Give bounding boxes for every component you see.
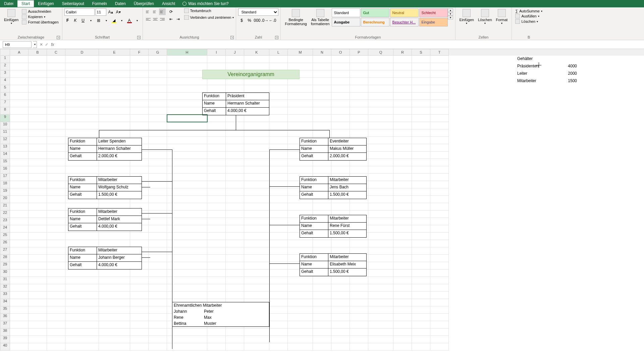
cell[interactable] bbox=[99, 115, 130, 122]
cell[interactable] bbox=[313, 284, 331, 292]
cell[interactable] bbox=[29, 100, 47, 107]
cell[interactable] bbox=[313, 56, 331, 63]
cell[interactable] bbox=[167, 225, 207, 233]
cell[interactable] bbox=[167, 181, 207, 188]
cell[interactable] bbox=[412, 269, 430, 277]
cell[interactable] bbox=[393, 166, 412, 174]
cell[interactable] bbox=[244, 233, 269, 240]
cell[interactable] bbox=[412, 299, 430, 306]
cell[interactable] bbox=[10, 299, 29, 306]
cell[interactable] bbox=[207, 269, 226, 277]
cell[interactable] bbox=[331, 93, 350, 100]
cell[interactable] bbox=[350, 115, 368, 122]
cell[interactable] bbox=[29, 240, 47, 247]
cell[interactable] bbox=[10, 233, 29, 240]
cell[interactable] bbox=[47, 336, 65, 343]
cell[interactable] bbox=[10, 78, 29, 85]
cond-format-button[interactable]: Bedingte Formatierung bbox=[283, 8, 309, 26]
cell[interactable] bbox=[430, 196, 449, 203]
cell[interactable] bbox=[207, 166, 226, 174]
cell[interactable] bbox=[130, 292, 149, 299]
row-header[interactable]: 10 bbox=[0, 122, 10, 129]
cell[interactable] bbox=[368, 181, 393, 188]
cell[interactable] bbox=[10, 70, 29, 78]
cell[interactable] bbox=[269, 336, 288, 343]
cell[interactable] bbox=[167, 284, 207, 292]
cell[interactable] bbox=[167, 85, 207, 93]
cell[interactable] bbox=[29, 292, 47, 299]
cell[interactable] bbox=[99, 85, 130, 93]
cell[interactable] bbox=[149, 93, 167, 100]
cell[interactable] bbox=[130, 240, 149, 247]
cell[interactable] bbox=[207, 203, 226, 210]
cell[interactable] bbox=[167, 269, 207, 277]
cell[interactable] bbox=[368, 225, 393, 233]
cell[interactable] bbox=[430, 269, 449, 277]
cell[interactable] bbox=[47, 85, 65, 93]
cell[interactable] bbox=[313, 299, 331, 306]
cell[interactable] bbox=[350, 129, 368, 137]
cell[interactable] bbox=[226, 144, 244, 152]
cell[interactable] bbox=[226, 262, 244, 269]
cell[interactable] bbox=[368, 122, 393, 129]
cell[interactable] bbox=[99, 107, 130, 115]
cell[interactable] bbox=[99, 129, 130, 137]
cell[interactable] bbox=[313, 115, 331, 122]
name-box-dd[interactable]: ▾ bbox=[33, 41, 37, 48]
fill-button[interactable]: Ausfüllen▾ bbox=[515, 14, 542, 18]
cell[interactable] bbox=[167, 122, 207, 129]
tab-ueberpruefen[interactable]: Überprüfen bbox=[130, 0, 158, 7]
cell[interactable] bbox=[393, 70, 412, 78]
cell[interactable] bbox=[244, 152, 269, 159]
cell[interactable] bbox=[207, 129, 226, 137]
cell[interactable] bbox=[226, 255, 244, 262]
cell[interactable] bbox=[412, 321, 430, 328]
cell[interactable] bbox=[130, 107, 149, 115]
cell[interactable] bbox=[244, 218, 269, 225]
cell[interactable] bbox=[167, 137, 207, 144]
cell[interactable] bbox=[29, 262, 47, 269]
autosum-button[interactable]: ∑AutoSumme▾ bbox=[515, 9, 542, 13]
format-cells-button[interactable]: Format▾ bbox=[494, 8, 510, 25]
cell[interactable] bbox=[412, 100, 430, 107]
row-header[interactable]: 40 bbox=[0, 343, 10, 351]
cell[interactable] bbox=[29, 306, 47, 314]
cell[interactable] bbox=[244, 336, 269, 343]
cell[interactable] bbox=[430, 174, 449, 181]
cell[interactable] bbox=[29, 218, 47, 225]
cell[interactable] bbox=[149, 306, 167, 314]
cell[interactable] bbox=[149, 70, 167, 78]
cell[interactable] bbox=[393, 233, 412, 240]
cell[interactable] bbox=[226, 218, 244, 225]
cell[interactable] bbox=[368, 262, 393, 269]
cell[interactable] bbox=[29, 188, 47, 196]
cell[interactable] bbox=[313, 292, 331, 299]
cell[interactable] bbox=[288, 292, 313, 299]
align-top-button[interactable] bbox=[145, 8, 152, 15]
cell[interactable] bbox=[313, 306, 331, 314]
cell[interactable] bbox=[368, 70, 393, 78]
cell[interactable] bbox=[430, 262, 449, 269]
copy-button[interactable]: Kopieren▾ bbox=[22, 14, 58, 19]
cell[interactable] bbox=[350, 328, 368, 336]
cell[interactable] bbox=[430, 56, 449, 63]
cell[interactable] bbox=[412, 166, 430, 174]
row-header[interactable]: 13 bbox=[0, 144, 10, 152]
cell[interactable] bbox=[350, 314, 368, 321]
cell[interactable] bbox=[167, 63, 207, 70]
cell[interactable] bbox=[313, 314, 331, 321]
cell[interactable] bbox=[29, 122, 47, 129]
cell[interactable] bbox=[29, 343, 47, 351]
cell[interactable] bbox=[226, 166, 244, 174]
cell[interactable] bbox=[29, 144, 47, 152]
cell[interactable] bbox=[65, 56, 99, 63]
cell[interactable] bbox=[288, 63, 313, 70]
cell[interactable] bbox=[269, 343, 288, 351]
cell[interactable] bbox=[350, 292, 368, 299]
tab-ansicht[interactable]: Ansicht bbox=[158, 0, 179, 7]
style-schlecht[interactable]: Schlecht bbox=[419, 8, 448, 17]
cell[interactable] bbox=[167, 233, 207, 240]
cell[interactable] bbox=[47, 299, 65, 306]
cell[interactable] bbox=[10, 277, 29, 284]
cell[interactable] bbox=[430, 233, 449, 240]
